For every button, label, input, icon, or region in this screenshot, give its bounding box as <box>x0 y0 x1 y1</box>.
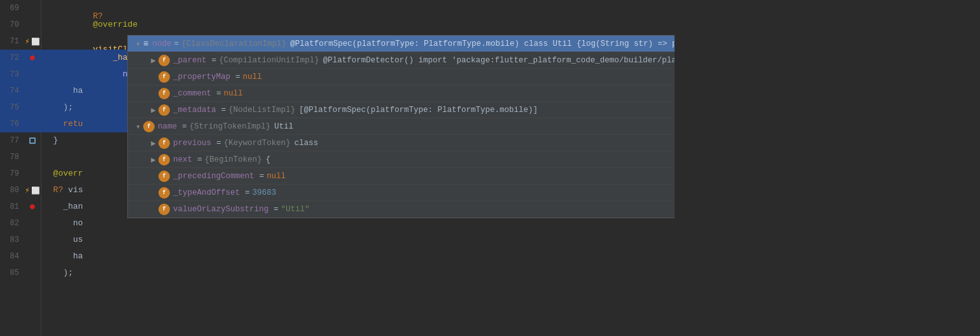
field-value-comment: null <box>224 89 243 98</box>
field-value-parent: @PlatformDetector() import 'package:flut… <box>323 56 675 65</box>
editor-container: 69 70 @override 71 ⚡ ⬜ R? <box>0 0 980 336</box>
gutter-80: ⚡ ⬜ <box>24 185 41 195</box>
line-number-75: 75 <box>0 103 24 112</box>
field-icon-comment: f <box>158 88 170 99</box>
gutter-71: ⚡ ⬜ <box>24 36 41 46</box>
expand-metadata-icon[interactable]: ▶ <box>148 105 158 115</box>
field-value-propertymap: null <box>243 73 262 81</box>
equals-name: = <box>182 122 187 131</box>
line-number-84: 84 <box>0 252 24 261</box>
equals-parent: = <box>212 56 217 65</box>
equals-0: = <box>174 39 179 48</box>
field-icon-name: f <box>143 121 155 132</box>
field-type-parent: {CompilationUnitImpl} <box>219 56 319 65</box>
equals-metadata: = <box>221 106 227 115</box>
code-panel: 69 70 @override 71 ⚡ ⬜ R? <box>0 0 675 336</box>
line-number-71: 71 <box>0 37 24 46</box>
line-number-69: 69 <box>0 4 24 13</box>
gutter-81: ● <box>24 201 41 213</box>
equals-precedingcomment: = <box>260 172 265 181</box>
field-icon-valueorlazysubstring: f <box>158 204 170 215</box>
field-value-valueorlazysubstring: "Util" <box>281 205 310 214</box>
popup-top-row[interactable]: ▾ ≡ node = {ClassDeclarationImpl} @Platf… <box>128 36 675 52</box>
line-number-74: 74 <box>0 87 24 95</box>
field-icon-metadata: f <box>158 104 170 116</box>
code-line-83: 83 us <box>0 232 675 248</box>
popup-row-precedingcomment: f _precedingComment = null <box>128 168 675 185</box>
bookmark-71: ⬜ <box>31 38 40 46</box>
field-name-next: next <box>173 155 192 164</box>
line-number-83: 83 <box>0 235 24 244</box>
field-icon-precedingcomment: f <box>158 171 170 182</box>
field-value-precedingcomment: null <box>267 172 286 181</box>
popup-row-comment: f _comment = null <box>128 85 675 102</box>
popup-row-previous[interactable]: ▶ f previous = {KeywordToken} class <box>128 135 675 151</box>
field-value-previous: class <box>295 139 319 148</box>
field-name-name: name <box>158 122 177 131</box>
breakpoint-81: ● <box>29 201 36 213</box>
popup-row-typeandoffset: f _typeAndOffset = 39683 <box>128 185 675 201</box>
code-content-85: ); <box>41 265 675 281</box>
expand-next-icon[interactable]: ▶ <box>148 155 158 165</box>
line-number-80: 80 <box>0 186 24 195</box>
expand-name-icon[interactable]: ▾ <box>133 122 143 132</box>
field-type-previous: {KeywordToken} <box>224 139 291 148</box>
field-type-next: {BeginToken} <box>205 155 262 164</box>
field-name-previous: previous <box>173 139 211 148</box>
field-type-metadata: {NodeListImpl} <box>228 106 295 115</box>
bookmark-77 <box>29 137 36 144</box>
gutter-72: ● <box>24 52 41 64</box>
expand-node-icon[interactable]: ▾ <box>133 39 143 49</box>
expand-previous-icon[interactable]: ▶ <box>148 138 158 148</box>
popup-row-name[interactable]: ▾ f name = {StringTokenImpl} Util <box>128 118 675 135</box>
code-content-83: us <box>41 232 675 248</box>
line-number-85: 85 <box>0 269 24 277</box>
debug-popup: ▾ ≡ node = {ClassDeclarationImpl} @Platf… <box>127 35 675 218</box>
debug-dot-72: ● <box>29 52 36 64</box>
popup-row-next[interactable]: ▶ f next = {BeginToken} { <box>128 151 675 168</box>
line-number-76: 76 <box>0 120 24 129</box>
field-name-propertymap: _propertyMap <box>173 73 230 81</box>
equals-valueorlazysubstring: = <box>274 205 279 214</box>
field-type-name: {StringTokenImpl} <box>190 122 271 131</box>
line-number-70: 70 <box>0 20 24 29</box>
field-name-typeandoffset: _typeAndOffset <box>173 188 240 197</box>
return-kw: retu <box>63 119 83 129</box>
line-number-81: 81 <box>0 202 24 211</box>
field-name-valueorlazysubstring: valueOrLazySubstring <box>173 205 269 214</box>
field-value-name: Util <box>274 122 293 131</box>
field-value-typeandoffset: 39683 <box>253 188 277 197</box>
field-icon-next: f <box>158 154 170 165</box>
ann-overr: @overr <box>53 169 83 178</box>
return-type-71: R? <box>93 11 103 21</box>
code-line-84: 84 ha <box>0 248 675 265</box>
popup-row-parent[interactable]: ▶ f _parent = {CompilationUnitImpl} @Pla… <box>128 52 675 69</box>
bookmark-80: ⬜ <box>31 186 40 195</box>
line-number-72: 72 <box>0 53 24 62</box>
popup-row-metadata[interactable]: ▶ f _metadata = {NodeListImpl} [@Platfor… <box>128 102 675 118</box>
equals-previous: = <box>216 139 221 148</box>
equals-next: = <box>197 155 202 164</box>
field-name-parent: _parent <box>173 56 207 65</box>
code-line-85: 85 ); <box>0 265 675 281</box>
field-icon-previous: f <box>158 137 170 149</box>
debug-arrow-71: ⚡ <box>25 36 30 46</box>
popup-row-valueorlazysubstring: f valueOrLazySubstring = "Util" <box>128 201 675 218</box>
field-name-precedingcomment: _precedingComment <box>173 172 255 181</box>
expand-parent-icon[interactable]: ▶ <box>148 55 158 66</box>
var-node-type: {ClassDeclarationImpl} <box>181 39 286 48</box>
list-icon: ≡ <box>143 39 148 49</box>
code-content-84: ha <box>41 248 675 265</box>
field-value-metadata: [@PlatformSpec(platformType: PlatformTyp… <box>299 106 538 115</box>
gutter-77 <box>24 137 41 144</box>
popup-row-propertymap: f _propertyMap = null <box>128 69 675 85</box>
field-name-comment: _comment <box>173 89 211 98</box>
line-number-82: 82 <box>0 219 24 228</box>
field-value-next: { <box>266 155 271 164</box>
line-number-73: 73 <box>0 70 24 79</box>
equals-typeandoffset: = <box>245 188 250 197</box>
line-number-79: 79 <box>0 169 24 178</box>
debug-arrow-80: ⚡ <box>25 185 30 195</box>
equals-propertymap: = <box>235 73 241 81</box>
field-icon-parent: f <box>158 55 170 66</box>
